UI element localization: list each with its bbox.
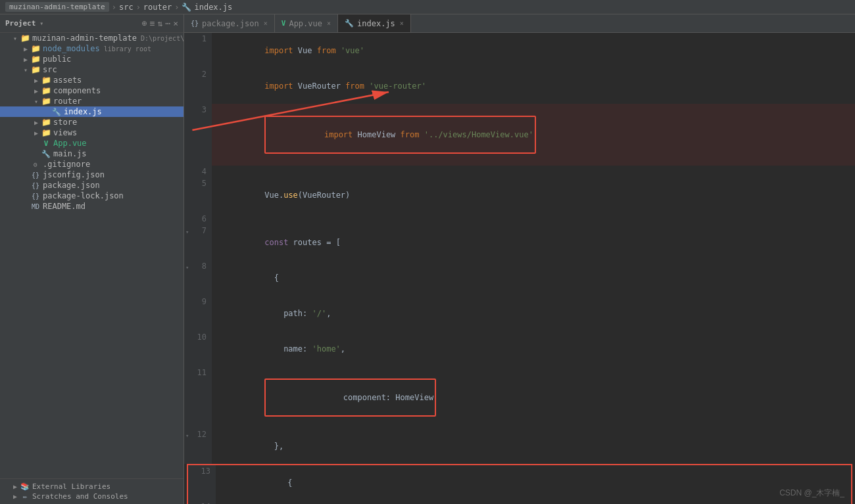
appvue-label: App.vue (53, 139, 87, 148)
tree-item-appvue[interactable]: V App.vue (0, 138, 183, 149)
json-icon-pkglock: {} (30, 193, 41, 200)
fold-7[interactable]: ▾ (185, 226, 189, 238)
tree-item-scratches[interactable]: ▶ ✏ Scratches and Consoles (0, 492, 183, 501)
tree-item-readme[interactable]: MD README.md (0, 201, 183, 212)
json-icon-pkgjson: {} (30, 182, 41, 189)
line-num-10: 10 (184, 331, 212, 367)
arrow-components: ▶ (32, 87, 41, 95)
collapse-icon[interactable]: ≡ (150, 18, 155, 28)
readme-label: README.md (43, 202, 86, 211)
code-line-14[interactable]: path: '/about', (216, 501, 851, 504)
tree-item-views[interactable]: ▶ 📁 views (0, 127, 183, 138)
code-line-4[interactable] (212, 166, 855, 177)
src-label: src (43, 65, 57, 74)
js-icon-mainjs: 🔧 (41, 150, 51, 158)
mainjs-label: main.js (53, 149, 87, 158)
arrow-scratches: ▶ (11, 493, 20, 500)
code-line-7[interactable]: const routes = [ (212, 225, 855, 260)
folder-icon-public: 📁 (30, 55, 41, 64)
code-line-13[interactable]: { (216, 465, 851, 501)
scratches-label: Scratches and Consoles (32, 492, 128, 501)
project-name-badge: muzinan-admin-template (5, 2, 109, 12)
code-row-2: 2 import VueRouter from 'vue-router' (184, 68, 855, 104)
tab-package-json-label: package.json (202, 19, 259, 28)
expand-icon[interactable]: ⇅ (158, 18, 163, 28)
tree-item-router[interactable]: ▾ 📁 router (0, 96, 183, 106)
code-editor[interactable]: 1 import Vue from 'vue' 2 import VueRout… (184, 33, 855, 504)
tab-app-vue[interactable]: V App.vue × (275, 14, 338, 32)
code-line-1[interactable]: import Vue from 'vue' (212, 33, 855, 68)
tree-item-assets[interactable]: ▶ 📁 assets (0, 75, 183, 85)
code-line-12[interactable]: }, (212, 428, 855, 464)
watermark: CSDN @_木字楠_ (779, 488, 844, 499)
tree-item-indexjs[interactable]: 🔧 index.js (0, 106, 183, 117)
sidebar: Project ▾ ⊕ ≡ ⇅ ⋯ × ▾ 📁 muzinan-admin-te… (0, 14, 184, 504)
code-line-2[interactable]: import VueRouter from 'vue-router' (212, 68, 855, 104)
tree-item-external-libs[interactable]: ▶ 📚 External Libraries (0, 482, 183, 492)
ext-libs-label: External Libraries (32, 482, 110, 491)
sidebar-icons: ⊕ ≡ ⇅ ⋯ × (142, 18, 178, 28)
code-line-9[interactable]: path: '/', (212, 296, 855, 331)
add-icon[interactable]: ⊕ (142, 18, 147, 28)
code-row-11: 11 component: HomeView (184, 367, 855, 428)
root-path: D:\project\muzinan\muzinan-admin-templat… (141, 35, 183, 42)
sidebar-dropdown[interactable]: ▾ (39, 20, 43, 27)
tab-bar: {} package.json × V App.vue × 🔧 index.js… (184, 14, 855, 33)
tree-item-public[interactable]: ▶ 📁 public (0, 54, 183, 64)
code-row-8: 8 ▾ { (184, 260, 855, 296)
line-num-8: 8 ▾ (184, 260, 212, 296)
sep3: › (174, 3, 179, 12)
close-index-js[interactable]: × (400, 20, 404, 27)
tree-item-gitignore[interactable]: ⚙ .gitignore (0, 159, 183, 170)
editor-area: {} package.json × V App.vue × 🔧 index.js… (184, 14, 855, 504)
arrow-assets: ▶ (32, 77, 41, 84)
gitignore-label: .gitignore (43, 160, 90, 169)
vue-icon-appvue: V (41, 139, 51, 148)
tree-item-node-modules[interactable]: ▶ 📁 node_modules library root (0, 43, 183, 54)
tree-item-components[interactable]: ▶ 📁 components (0, 85, 183, 96)
hide-icon[interactable]: × (173, 18, 178, 28)
sidebar-content: ▾ 📁 muzinan-admin-template D:\project\mu… (0, 33, 183, 478)
code-row-5: 5 Vue.use(VueRouter) (184, 177, 855, 213)
folder-icon-assets: 📁 (41, 76, 51, 85)
line-num-1: 1 (184, 33, 212, 68)
folder-icon-router: 📁 (41, 97, 51, 106)
tree-item-store[interactable]: ▶ 📁 store (0, 117, 183, 127)
arrow-public: ▶ (21, 56, 30, 63)
tree-item-packagelockjson[interactable]: {} package-lock.json (0, 191, 183, 201)
code-row-9: 9 path: '/', (184, 296, 855, 331)
line-num-6: 6 (184, 213, 212, 225)
breadcrumb: muzinan-admin-template › src › router › … (5, 2, 232, 12)
code-line-5[interactable]: Vue.use(VueRouter) (212, 177, 855, 213)
tree-item-src[interactable]: ▾ 📁 src (0, 64, 183, 75)
tree-item-root[interactable]: ▾ 📁 muzinan-admin-template D:\project\mu… (0, 33, 183, 43)
main-layout: Project ▾ ⊕ ≡ ⇅ ⋯ × ▾ 📁 muzinan-admin-te… (0, 14, 855, 504)
arrow-ext: ▶ (11, 483, 20, 490)
tab-index-js[interactable]: 🔧 index.js × (338, 14, 411, 32)
code-line-8[interactable]: { (212, 260, 855, 296)
settings-icon[interactable]: ⋯ (165, 18, 170, 28)
sidebar-title: Project ▾ (5, 19, 43, 28)
close-package-json[interactable]: × (264, 20, 268, 27)
packagejson-label: package.json (43, 181, 100, 190)
code-line-11[interactable]: component: HomeView (212, 367, 855, 428)
code-line-6[interactable] (212, 213, 855, 225)
js-icon-indexjs: 🔧 (51, 108, 62, 116)
line-num-2: 2 (184, 68, 212, 104)
line-num-7: 7 ▾ (184, 225, 212, 260)
folder-icon-views: 📁 (41, 128, 51, 137)
tab-package-json[interactable]: {} package.json × (184, 14, 275, 32)
code-line-3[interactable]: import HomeView from '../views/HomeView.… (212, 104, 855, 166)
store-label: store (53, 118, 77, 127)
tree-item-packagejson[interactable]: {} package.json (0, 180, 183, 191)
code-line-10[interactable]: name: 'home', (212, 331, 855, 367)
tree-item-jsconfig[interactable]: {} jsconfig.json (0, 170, 183, 180)
close-app-vue[interactable]: × (327, 20, 331, 27)
fold-8[interactable]: ▾ (185, 262, 189, 273)
scratch-icon: ✏ (20, 492, 30, 501)
line-num-3: 3 (184, 104, 212, 166)
tree-item-mainjs[interactable]: 🔧 main.js (0, 149, 183, 159)
breadcrumb-src: src (119, 3, 134, 12)
code-row-1: 1 import Vue from 'vue' (184, 33, 855, 68)
line-num-14: 14 (188, 501, 216, 504)
